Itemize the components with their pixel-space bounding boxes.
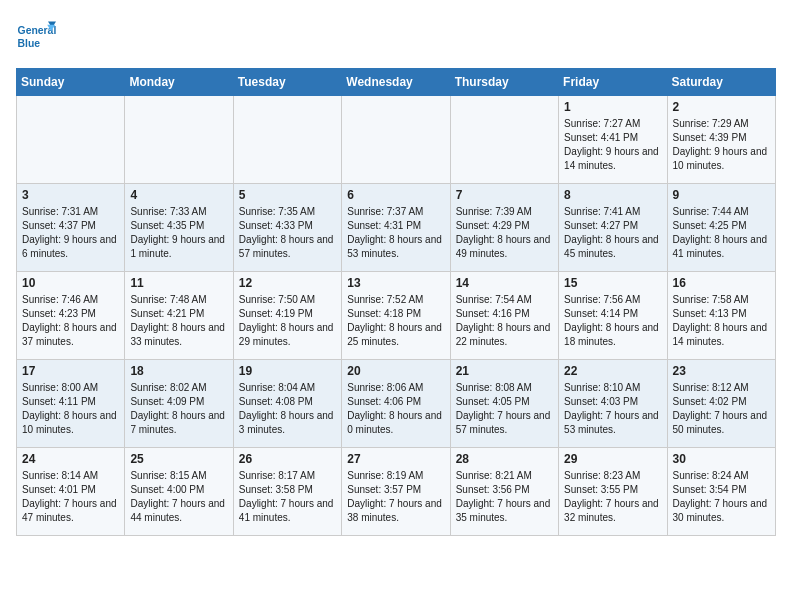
day-info: Sunrise: 8:00 AM Sunset: 4:11 PM Dayligh… bbox=[22, 381, 119, 437]
day-number: 20 bbox=[347, 364, 444, 378]
day-number: 25 bbox=[130, 452, 227, 466]
day-number: 16 bbox=[673, 276, 770, 290]
calendar-cell: 17Sunrise: 8:00 AM Sunset: 4:11 PM Dayli… bbox=[17, 360, 125, 448]
day-number: 24 bbox=[22, 452, 119, 466]
day-header-saturday: Saturday bbox=[667, 69, 775, 96]
day-info: Sunrise: 7:31 AM Sunset: 4:37 PM Dayligh… bbox=[22, 205, 119, 261]
calendar-cell: 27Sunrise: 8:19 AM Sunset: 3:57 PM Dayli… bbox=[342, 448, 450, 536]
logo-svg: General Blue bbox=[16, 16, 56, 56]
day-header-sunday: Sunday bbox=[17, 69, 125, 96]
day-number: 7 bbox=[456, 188, 553, 202]
week-row-1: 1Sunrise: 7:27 AM Sunset: 4:41 PM Daylig… bbox=[17, 96, 776, 184]
calendar-cell: 30Sunrise: 8:24 AM Sunset: 3:54 PM Dayli… bbox=[667, 448, 775, 536]
week-row-4: 17Sunrise: 8:00 AM Sunset: 4:11 PM Dayli… bbox=[17, 360, 776, 448]
day-number: 2 bbox=[673, 100, 770, 114]
day-info: Sunrise: 8:08 AM Sunset: 4:05 PM Dayligh… bbox=[456, 381, 553, 437]
calendar-cell: 12Sunrise: 7:50 AM Sunset: 4:19 PM Dayli… bbox=[233, 272, 341, 360]
day-info: Sunrise: 7:29 AM Sunset: 4:39 PM Dayligh… bbox=[673, 117, 770, 173]
calendar-cell: 8Sunrise: 7:41 AM Sunset: 4:27 PM Daylig… bbox=[559, 184, 667, 272]
day-header-tuesday: Tuesday bbox=[233, 69, 341, 96]
calendar-cell: 16Sunrise: 7:58 AM Sunset: 4:13 PM Dayli… bbox=[667, 272, 775, 360]
calendar-body: 1Sunrise: 7:27 AM Sunset: 4:41 PM Daylig… bbox=[17, 96, 776, 536]
day-info: Sunrise: 7:48 AM Sunset: 4:21 PM Dayligh… bbox=[130, 293, 227, 349]
day-info: Sunrise: 7:27 AM Sunset: 4:41 PM Dayligh… bbox=[564, 117, 661, 173]
week-row-3: 10Sunrise: 7:46 AM Sunset: 4:23 PM Dayli… bbox=[17, 272, 776, 360]
calendar-cell: 23Sunrise: 8:12 AM Sunset: 4:02 PM Dayli… bbox=[667, 360, 775, 448]
day-number: 19 bbox=[239, 364, 336, 378]
day-number: 30 bbox=[673, 452, 770, 466]
logo: General Blue bbox=[16, 16, 56, 56]
day-number: 3 bbox=[22, 188, 119, 202]
calendar-table: SundayMondayTuesdayWednesdayThursdayFrid… bbox=[16, 68, 776, 536]
calendar-cell: 1Sunrise: 7:27 AM Sunset: 4:41 PM Daylig… bbox=[559, 96, 667, 184]
day-info: Sunrise: 8:06 AM Sunset: 4:06 PM Dayligh… bbox=[347, 381, 444, 437]
day-info: Sunrise: 7:46 AM Sunset: 4:23 PM Dayligh… bbox=[22, 293, 119, 349]
calendar-cell: 19Sunrise: 8:04 AM Sunset: 4:08 PM Dayli… bbox=[233, 360, 341, 448]
calendar-cell bbox=[125, 96, 233, 184]
day-number: 11 bbox=[130, 276, 227, 290]
calendar-cell bbox=[450, 96, 558, 184]
day-info: Sunrise: 8:10 AM Sunset: 4:03 PM Dayligh… bbox=[564, 381, 661, 437]
calendar-cell bbox=[17, 96, 125, 184]
day-number: 15 bbox=[564, 276, 661, 290]
day-number: 18 bbox=[130, 364, 227, 378]
day-info: Sunrise: 8:14 AM Sunset: 4:01 PM Dayligh… bbox=[22, 469, 119, 525]
day-number: 22 bbox=[564, 364, 661, 378]
calendar-cell: 4Sunrise: 7:33 AM Sunset: 4:35 PM Daylig… bbox=[125, 184, 233, 272]
day-info: Sunrise: 8:19 AM Sunset: 3:57 PM Dayligh… bbox=[347, 469, 444, 525]
day-header-monday: Monday bbox=[125, 69, 233, 96]
calendar-cell: 25Sunrise: 8:15 AM Sunset: 4:00 PM Dayli… bbox=[125, 448, 233, 536]
day-info: Sunrise: 7:56 AM Sunset: 4:14 PM Dayligh… bbox=[564, 293, 661, 349]
day-info: Sunrise: 7:52 AM Sunset: 4:18 PM Dayligh… bbox=[347, 293, 444, 349]
day-number: 6 bbox=[347, 188, 444, 202]
day-info: Sunrise: 7:35 AM Sunset: 4:33 PM Dayligh… bbox=[239, 205, 336, 261]
day-info: Sunrise: 8:02 AM Sunset: 4:09 PM Dayligh… bbox=[130, 381, 227, 437]
day-number: 1 bbox=[564, 100, 661, 114]
calendar-cell: 29Sunrise: 8:23 AM Sunset: 3:55 PM Dayli… bbox=[559, 448, 667, 536]
calendar-cell: 6Sunrise: 7:37 AM Sunset: 4:31 PM Daylig… bbox=[342, 184, 450, 272]
day-info: Sunrise: 7:37 AM Sunset: 4:31 PM Dayligh… bbox=[347, 205, 444, 261]
day-header-thursday: Thursday bbox=[450, 69, 558, 96]
svg-text:Blue: Blue bbox=[18, 38, 41, 49]
day-number: 23 bbox=[673, 364, 770, 378]
calendar-cell bbox=[342, 96, 450, 184]
day-info: Sunrise: 7:33 AM Sunset: 4:35 PM Dayligh… bbox=[130, 205, 227, 261]
calendar-cell: 28Sunrise: 8:21 AM Sunset: 3:56 PM Dayli… bbox=[450, 448, 558, 536]
day-number: 8 bbox=[564, 188, 661, 202]
day-number: 26 bbox=[239, 452, 336, 466]
day-info: Sunrise: 8:15 AM Sunset: 4:00 PM Dayligh… bbox=[130, 469, 227, 525]
calendar-cell: 13Sunrise: 7:52 AM Sunset: 4:18 PM Dayli… bbox=[342, 272, 450, 360]
day-info: Sunrise: 8:21 AM Sunset: 3:56 PM Dayligh… bbox=[456, 469, 553, 525]
calendar-cell: 9Sunrise: 7:44 AM Sunset: 4:25 PM Daylig… bbox=[667, 184, 775, 272]
day-info: Sunrise: 7:58 AM Sunset: 4:13 PM Dayligh… bbox=[673, 293, 770, 349]
day-number: 14 bbox=[456, 276, 553, 290]
day-number: 5 bbox=[239, 188, 336, 202]
header: General Blue bbox=[16, 16, 776, 56]
day-number: 17 bbox=[22, 364, 119, 378]
day-info: Sunrise: 8:04 AM Sunset: 4:08 PM Dayligh… bbox=[239, 381, 336, 437]
calendar-cell: 21Sunrise: 8:08 AM Sunset: 4:05 PM Dayli… bbox=[450, 360, 558, 448]
day-number: 27 bbox=[347, 452, 444, 466]
calendar-cell: 15Sunrise: 7:56 AM Sunset: 4:14 PM Dayli… bbox=[559, 272, 667, 360]
calendar-cell: 10Sunrise: 7:46 AM Sunset: 4:23 PM Dayli… bbox=[17, 272, 125, 360]
calendar-cell: 20Sunrise: 8:06 AM Sunset: 4:06 PM Dayli… bbox=[342, 360, 450, 448]
calendar-cell: 26Sunrise: 8:17 AM Sunset: 3:58 PM Dayli… bbox=[233, 448, 341, 536]
day-number: 9 bbox=[673, 188, 770, 202]
week-row-5: 24Sunrise: 8:14 AM Sunset: 4:01 PM Dayli… bbox=[17, 448, 776, 536]
calendar-cell: 22Sunrise: 8:10 AM Sunset: 4:03 PM Dayli… bbox=[559, 360, 667, 448]
day-info: Sunrise: 7:39 AM Sunset: 4:29 PM Dayligh… bbox=[456, 205, 553, 261]
day-number: 21 bbox=[456, 364, 553, 378]
day-info: Sunrise: 8:23 AM Sunset: 3:55 PM Dayligh… bbox=[564, 469, 661, 525]
day-number: 13 bbox=[347, 276, 444, 290]
calendar-cell: 5Sunrise: 7:35 AM Sunset: 4:33 PM Daylig… bbox=[233, 184, 341, 272]
day-number: 28 bbox=[456, 452, 553, 466]
day-info: Sunrise: 7:54 AM Sunset: 4:16 PM Dayligh… bbox=[456, 293, 553, 349]
day-info: Sunrise: 8:24 AM Sunset: 3:54 PM Dayligh… bbox=[673, 469, 770, 525]
calendar-header: SundayMondayTuesdayWednesdayThursdayFrid… bbox=[17, 69, 776, 96]
day-number: 4 bbox=[130, 188, 227, 202]
calendar-cell: 3Sunrise: 7:31 AM Sunset: 4:37 PM Daylig… bbox=[17, 184, 125, 272]
day-number: 29 bbox=[564, 452, 661, 466]
day-info: Sunrise: 8:12 AM Sunset: 4:02 PM Dayligh… bbox=[673, 381, 770, 437]
calendar-cell: 24Sunrise: 8:14 AM Sunset: 4:01 PM Dayli… bbox=[17, 448, 125, 536]
week-row-2: 3Sunrise: 7:31 AM Sunset: 4:37 PM Daylig… bbox=[17, 184, 776, 272]
